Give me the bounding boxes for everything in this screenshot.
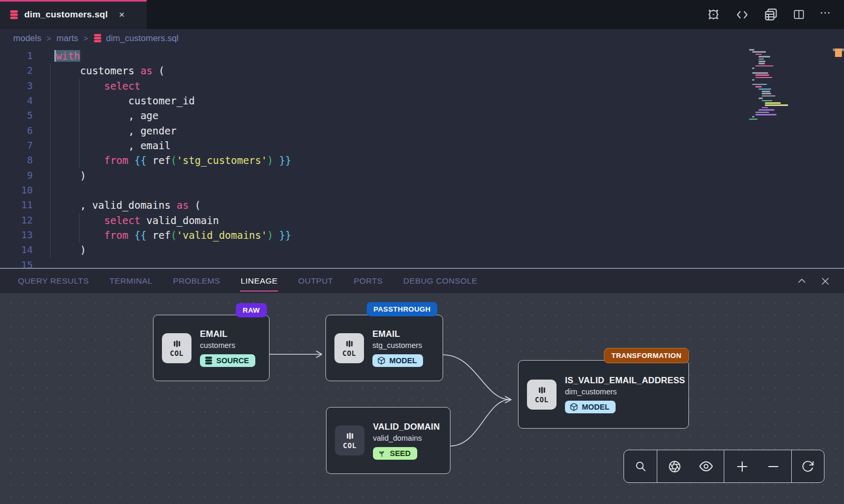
panel-tab-output[interactable]: OUTPUT [298,269,333,293]
lineage-node-stg-customers-email[interactable]: COL EMAIL stg_customers MODEL [325,315,443,381]
panel-tab-problems[interactable]: PROBLEMS [172,269,220,293]
line-text: select valid_domain [33,213,219,228]
editor-tab-bar: dim_customers.sql × ⋯ [0,0,844,29]
lineage-node-customers-email[interactable]: COL EMAIL customers SOURCE [153,315,270,381]
minimap-row [749,93,809,94]
line-number: 14 [0,243,33,257]
minimap-row [749,86,809,88]
minimap[interactable] [749,49,809,136]
panel-tabs: QUERY RESULTSTERMINALPROBLEMSLINEAGEOUTP… [17,269,478,293]
code-icon[interactable] [735,8,750,21]
ide-window: dim_customers.sql × ⋯ models [0,0,844,504]
code-line: 11 , valid_domains as ( [0,198,844,212]
line-number: 4 [0,93,33,108]
breadcrumb-separator: > [46,34,51,43]
line-text: select [33,79,140,93]
col-label: COL [343,441,357,450]
col-label: COL [342,349,356,357]
minimap-row [749,119,809,120]
code-line: 14 ) [0,243,844,257]
breadcrumb-marts[interactable]: marts [56,33,78,43]
minimap-row [749,74,809,76]
code-line: 15 [0,258,844,268]
node-title: EMAIL [372,329,423,339]
lineage-node-valid-domains[interactable]: COL VALID_DOMAIN valid_domains SEED [326,407,450,474]
columns-icon [537,385,547,395]
line-text: customer_id [33,93,195,108]
panel-tab-query-results[interactable]: QUERY RESULTS [17,269,89,293]
minimap-row [749,72,809,74]
panel-actions [797,276,844,286]
node-subtitle: customers [200,341,255,350]
code-line: 2 customers as ( [0,63,844,78]
line-number: 15 [0,258,33,268]
column-chip: COL [527,380,557,410]
code-lines: 1with2 customers as (3 select4 customer_… [0,49,844,268]
panel-tab-terminal[interactable]: TERMINAL [109,269,153,293]
minimap-row [749,70,809,72]
lineage-canvas[interactable]: RAW COL EMAIL customers [0,293,844,504]
collapse-chevron-up-icon[interactable] [797,276,807,286]
minimap-row [749,109,809,111]
minimap-row [749,104,809,106]
line-text: ) [33,243,86,257]
columns-icon [345,431,355,441]
line-number: 7 [0,138,33,153]
minimap-row [749,89,809,90]
code-editor[interactable]: 1with2 customers as (3 select4 customer_… [0,47,844,268]
database-icon [9,10,18,20]
code-line: 4 customer_id [0,93,844,108]
refresh-button[interactable] [795,460,821,473]
eye-icon [699,459,713,473]
line-text: , email [33,138,170,153]
zoom-out-button[interactable] [760,460,787,473]
columns-icon [344,339,354,348]
minimap-row [749,114,809,115]
zoom-in-button[interactable] [729,460,755,473]
minimap-row [749,54,809,55]
columns-icon [172,339,182,348]
close-panel-icon[interactable] [820,276,830,286]
chip-label: MODEL [582,403,609,411]
code-line: 1with [0,49,844,63]
column-chip: COL [162,333,191,363]
search-button[interactable] [628,460,654,473]
cube-icon [377,356,386,365]
panel-tab-ports[interactable]: PORTS [353,269,383,293]
tab-close-icon[interactable]: × [119,9,124,20]
line-number: 12 [0,213,33,228]
minimap-row [749,81,809,83]
split-editor-icon[interactable] [792,8,805,21]
line-text: ) [33,168,86,183]
line-number: 10 [0,183,33,198]
line-number: 13 [0,228,33,243]
panel-tab-lineage[interactable]: LINEAGE [240,269,278,293]
panel-tab-bar: QUERY RESULTSTERMINALPROBLEMSLINEAGEOUTP… [0,268,844,293]
line-number: 11 [0,198,33,212]
line-number: 3 [0,79,33,93]
minimap-row [749,56,809,57]
line-number: 6 [0,123,33,138]
breadcrumb-file[interactable]: dim_customers.sql [93,33,179,43]
minimap-row [749,65,809,67]
dbt-logo-icon[interactable] [706,7,721,22]
source-chip: SOURCE [200,354,255,367]
aperture-button[interactable] [661,460,688,473]
panel-tab-debug-console[interactable]: DEBUG CONSOLE [403,269,478,293]
more-ellipsis-icon[interactable]: ⋯ [820,13,831,17]
minimap-row [749,84,809,85]
visibility-button[interactable] [693,459,720,473]
lineage-node-dim-customers[interactable]: COL IS_VALID_EMAIL_ADDRESS dim_customers… [518,360,689,429]
zoom-out-icon [766,460,780,473]
code-line: 10 [0,183,844,198]
duplicate-table-icon[interactable] [764,7,778,22]
minimap-row [749,91,809,92]
aperture-icon [668,460,682,473]
minimap-row [749,61,809,62]
breadcrumb-models[interactable]: models [13,33,41,43]
minimap-row [749,49,809,51]
tab-dim-customers-sql[interactable]: dim_customers.sql × [0,0,147,29]
node-subtitle: dim_customers [565,387,685,396]
seed-chip: SEED [373,447,417,460]
chip-label: SOURCE [216,356,249,365]
